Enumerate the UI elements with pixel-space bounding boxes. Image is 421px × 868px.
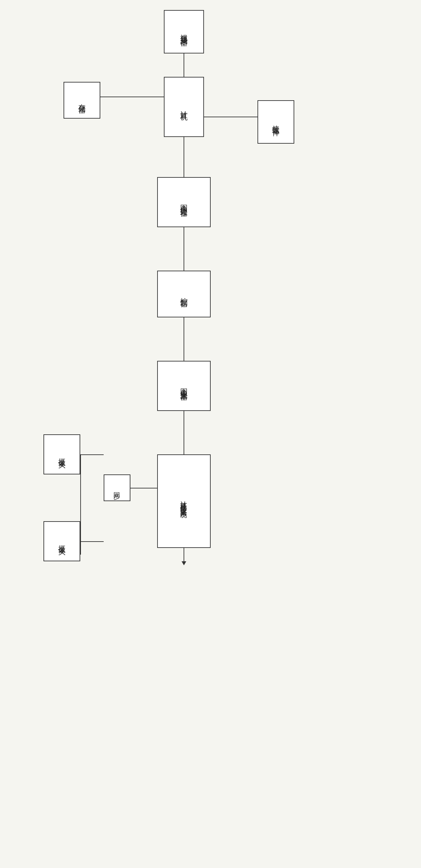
line-sync-to-system-h <box>131 488 157 489</box>
receiver-box: 接收器件 <box>257 100 294 144</box>
line-storage-to-computer-h <box>100 97 164 97</box>
computer-system-box: 计算机软件接收采集系统 <box>157 454 210 548</box>
line-computer-to-receiver-h <box>204 117 257 117</box>
computer-box: 计算机 <box>164 77 204 137</box>
controller-box: 控制器 <box>157 271 210 317</box>
video-display-box: 视频显示器 <box>164 10 204 54</box>
line-collector-to-system <box>184 411 184 454</box>
line-cam2-to-trunk-h <box>80 541 104 542</box>
video-display-label: 视频显示器 <box>179 28 189 35</box>
storage-box: 存储器 <box>63 82 100 119</box>
line-controller-to-collector <box>184 317 184 361</box>
image-collector-box: 图像采集器 <box>157 361 210 411</box>
computer-label: 计算机 <box>179 105 189 109</box>
storage-label: 存储器 <box>77 98 87 102</box>
image-collector-label: 图像采集器 <box>179 382 189 389</box>
receiver-label: 接收器件 <box>271 119 281 125</box>
line-imageproc-to-controller <box>184 227 184 271</box>
sync-box: 同步 <box>104 474 131 501</box>
image-processor-box: 图像处理器 <box>157 177 210 227</box>
diagram-container: 视频显示器 计算机 存储器 接收器件 图像处理器 控制器 图像采集器 摄像头 <box>0 0 421 868</box>
line-trunk-v <box>80 488 81 541</box>
sync-label: 同步 <box>113 487 122 489</box>
image-processor-label: 图像处理器 <box>179 199 189 206</box>
computer-system-label: 计算机软件接收采集系统 <box>179 496 189 507</box>
camera1-label: 摄像头 <box>57 453 67 456</box>
camera1-box: 摄像头 <box>44 434 80 474</box>
camera2-label: 摄像头 <box>57 539 67 543</box>
arrow-down <box>181 561 186 565</box>
line-video-to-computer <box>184 54 184 77</box>
line-system-bottom <box>184 548 184 561</box>
camera2-box: 摄像头 <box>44 521 80 561</box>
controller-label: 控制器 <box>179 292 189 296</box>
line-computer-to-imageproc <box>184 137 184 177</box>
line-cam1-to-sync-h <box>80 454 104 455</box>
